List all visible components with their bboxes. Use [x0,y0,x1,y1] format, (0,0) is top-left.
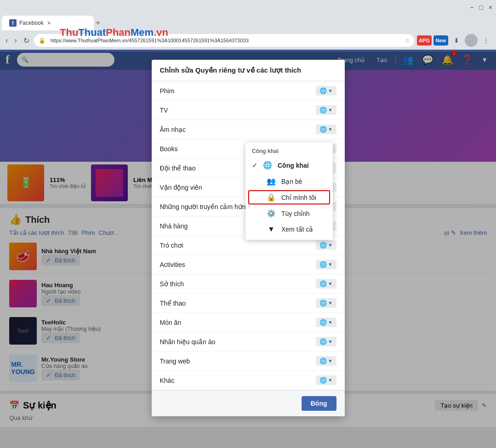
privacy-dropdown: Công khai ✓ 🌐 Công khai 👥 Bạn bè 🔒 Chỉ m… [245,142,333,240]
globe-icon-thethao: 🌐 [319,300,327,306]
privacy-dropdown-button-khac[interactable]: 🌐▼ [316,375,336,385]
forward-button[interactable]: › [12,34,18,46]
address-bar-row: ‹ › ↻ 🔒 ☆ APG New ⬇ ⋮ [0,31,496,50]
globe-icon-trangweb: 🌐 [319,357,327,364]
address-bar-wrap: 🔒 ☆ [34,34,414,47]
modal-row-tv: TV 🌐▼ [152,101,345,120]
tab-close-button[interactable]: × [47,19,51,27]
lock-icon: 🔒 [39,37,46,44]
download-button[interactable]: ⬇ [450,34,463,47]
globe-icon-nhanhieu: 🌐 [319,338,327,345]
privacy-dropdown-button-trochoi[interactable]: 🌐▼ [316,240,336,250]
globe-icon-sothich: 🌐 [319,280,327,287]
chevron-trochoi: ▼ [328,243,333,248]
lock-icon-chiminhtoi: 🔒 [266,193,277,202]
minimize-button[interactable]: − [470,4,473,11]
modal-row-monan: Món ăn 🌐▼ [152,313,345,332]
privacy-dropdown-button-nhanhieu[interactable]: 🌐▼ [316,337,336,346]
tab-bar: f Facebook × + [0,15,496,31]
dropdown-item-chiminhtoi[interactable]: 🔒 Chỉ mình tôi [248,190,330,204]
checkmark-congkhai: ✓ [252,162,257,169]
address-bar[interactable] [34,34,414,47]
modal-label-thethao: Thể thao [160,300,186,307]
privacy-dropdown-button-activities[interactable]: 🌐▼ [316,260,336,269]
chevron-monan: ▼ [328,320,333,325]
privacy-dropdown-button-monan[interactable]: 🌐▼ [316,318,336,327]
modal-label-amnhac: Âm nhạc [160,126,186,133]
chevron-nhanhieu: ▼ [328,339,333,344]
chevron-thethao: ▼ [328,301,333,306]
chevron-tv: ▼ [328,108,333,113]
modal-label-activities: Activities [160,261,185,268]
privacy-dropdown-button-sothich[interactable]: 🌐▼ [316,279,336,289]
new-tab-ext-button[interactable]: New [433,35,448,45]
dropdown-label-tuychinch: Tùy chỉnh [281,210,310,217]
globe-icon-tv: 🌐 [319,107,327,113]
dropdown-item-banbe[interactable]: 👥 Bạn bè [245,173,333,189]
privacy-dropdown-button-thethao[interactable]: 🌐▼ [316,298,336,308]
chevron-icon-phim: ▼ [328,88,333,93]
modal-row-trangweb: Trang web 🌐▼ [152,352,345,371]
tab-favicon: f [9,19,17,27]
modal-label-sothich: Sở thích [160,280,184,288]
globe-icon-phim: 🌐 [319,87,327,94]
modal-row-phim: Phim 🌐 ▼ [152,81,345,101]
dropdown-label-banbe: Bạn bè [281,178,302,185]
gear-icon-tuychinch: ⚙️ [266,209,277,218]
modal-label-nhahang: Nhà hàng [160,222,188,230]
close-button[interactable]: × [489,4,492,11]
modal-row-sothich: Sở thích 🌐▼ [152,274,345,294]
profile-avatar[interactable] [465,34,478,47]
globe-icon-amnhac: 🌐 [319,126,327,133]
modal-label-phim: Phim [160,87,175,95]
modal-footer: Đóng [152,390,345,416]
dropdown-item-xemtatca[interactable]: ▼ Xem tất cả [245,221,333,237]
modal-label-tv: TV [160,107,168,114]
extensions-button[interactable]: APG [417,35,432,45]
privacy-dropdown-button-amnhac[interactable]: 🌐▼ [316,125,336,134]
chevron-activities: ▼ [328,262,333,267]
window-controls: − □ × [470,4,492,11]
modal-label-vandongvien: Vận động viên [160,184,202,191]
browser-actions: APG New ⬇ ⋮ [417,34,492,47]
modal-row-activities: Activities 🌐▼ [152,255,345,274]
modal-label-trangweb: Trang web [160,357,190,365]
active-tab[interactable]: f Facebook × [2,16,94,30]
chevron-sothich: ▼ [328,281,333,286]
dropdown-label-xemtatca: Xem tất cả [281,226,313,233]
globe-icon-activities: 🌐 [319,261,327,268]
modal-row-nhanhieu: Nhãn hiệu quần áo 🌐▼ [152,332,345,352]
chevron-icon-xemtatca: ▼ [266,225,277,233]
refresh-button[interactable]: ↻ [22,34,31,47]
chevron-khac: ▼ [328,378,333,383]
globe-icon-khac: 🌐 [319,377,327,384]
globe-icon-monan: 🌐 [319,319,327,326]
chevron-amnhac: ▼ [328,127,333,132]
modal-label-nhanhieu: Nhãn hiệu quần áo [160,338,216,346]
bookmark-icon[interactable]: ☆ [405,37,410,44]
back-button[interactable]: ‹ [4,34,10,46]
modal-close-button[interactable]: Đóng [302,396,336,411]
modal-label-doithethao: Đội thể thao [160,164,196,172]
new-tab-button[interactable]: + [96,18,101,28]
dropdown-item-congkhai[interactable]: ✓ 🌐 Công khai [245,157,333,173]
modal-label-monan: Món ăn [160,319,182,326]
modal-row-khac: Khác 🌐▼ [152,371,345,390]
dropdown-item-tuychinch[interactable]: ⚙️ Tùy chỉnh [245,205,333,221]
modal-header: Chỉnh sửa Quyền riêng tư về các lượt thí… [152,60,345,81]
privacy-dropdown-button-tv[interactable]: 🌐▼ [316,105,336,115]
dropdown-header-label: Công khai [245,145,333,157]
privacy-dropdown-button-trangweb[interactable]: 🌐▼ [316,356,336,366]
globe-icon-congkhai: 🌐 [262,161,273,170]
modal-label-khac: Khác [160,377,175,384]
menu-button[interactable]: ⋮ [479,34,492,47]
modal-label-nhungnguo: Những người truyền cảm hứng [160,203,250,210]
friends-icon-banbe: 👥 [266,177,277,186]
dropdown-label-congkhai: Công khai [278,162,309,169]
privacy-dropdown-button-phim[interactable]: 🌐 ▼ [316,86,336,96]
globe-icon-trochoi: 🌐 [319,242,327,249]
chevron-trangweb: ▼ [328,358,333,363]
modal-label-trochoi: Trò chơi [160,242,183,249]
maximize-button[interactable]: □ [479,4,483,11]
modal-row-thethao: Thể thao 🌐▼ [152,294,345,313]
